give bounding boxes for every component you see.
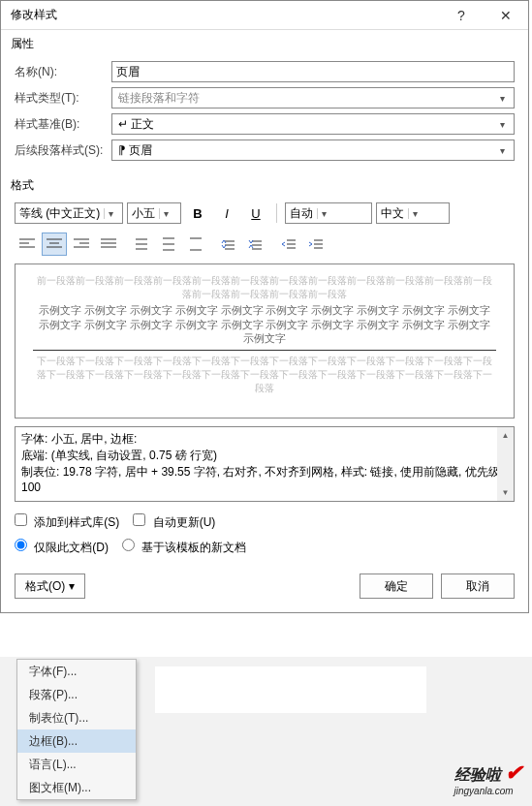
description-box: 字体: 小五, 居中, 边框: 底端: (单实线, 自动设置, 0.75 磅 行… [15, 426, 515, 502]
chevron-down-icon: ▾ [494, 93, 510, 104]
preview-next-text: 下一段落下一段落下一段落下一段落下一段落下一段落下一段落下一段落下一段落下一段落… [33, 355, 496, 395]
indent-decrease-button[interactable] [276, 232, 301, 256]
bold-button[interactable]: B [185, 202, 210, 225]
italic-button[interactable]: I [214, 202, 239, 225]
indent-increase-button[interactable] [303, 232, 329, 256]
close-button[interactable]: ✕ [484, 1, 528, 30]
followstyle-label: 后续段落样式(S): [15, 142, 111, 159]
scroll-up-icon[interactable]: ▲ [497, 427, 514, 444]
auto-update-check[interactable]: 自动更新(U) [133, 513, 215, 531]
desc-line1: 字体: 小五, 居中, 边框: [21, 431, 508, 448]
modify-style-dialog: 修改样式 ? ✕ 属性 名称(N): 样式类型(T): 链接段落和字符 ▾ 样式… [0, 0, 529, 613]
preview-prev-text: 前一段落前一段落前一段落前一段落前一段落前一段落前一段落前一段落前一段落前一段落… [33, 274, 496, 301]
template-radio[interactable]: 基于该模板的新文档 [122, 539, 246, 556]
watermark: 经验啦 ✔ jingyanla.com [454, 760, 522, 796]
scroll-down-icon[interactable]: ▼ [497, 484, 514, 501]
desc-line3: 制表位: 19.78 字符, 居中 + 39.55 字符, 右对齐, 不对齐到网… [21, 464, 508, 497]
menu-frame[interactable]: 图文框(M)... [17, 776, 136, 799]
space-before-inc-button[interactable] [216, 232, 241, 256]
linespacing-1-button[interactable] [129, 232, 154, 256]
add-to-gallery-check[interactable]: 添加到样式库(S) [15, 513, 119, 531]
align-justify-button[interactable] [96, 232, 121, 256]
menu-paragraph[interactable]: 段落(P)... [17, 683, 136, 706]
name-input[interactable] [111, 61, 515, 82]
styletype-label: 样式类型(T): [15, 90, 111, 107]
align-right-button[interactable] [69, 232, 94, 256]
menu-language[interactable]: 语言(L)... [17, 753, 136, 776]
font-family-combo[interactable]: 等线 (中文正文)▾ [15, 202, 123, 224]
dialog-title: 修改样式 [1, 7, 439, 23]
linespacing-2-button[interactable] [183, 232, 208, 256]
linespacing-1.5-button[interactable] [156, 232, 181, 256]
font-toolbar: 等线 (中文正文)▾ 小五▾ B I U 自动▾ 中文▾ [1, 198, 528, 229]
menu-border[interactable]: 边框(B)... [17, 729, 136, 753]
styletype-combo: 链接段落和字符 ▾ [111, 87, 515, 108]
desc-scrollbar[interactable]: ▲ ▼ [497, 427, 514, 501]
this-doc-radio[interactable]: 仅限此文档(D) [15, 539, 109, 556]
ok-button[interactable]: 确定 [360, 574, 433, 599]
underline-button[interactable]: U [243, 202, 268, 225]
followstyle-combo[interactable]: ⁋ 页眉 ▾ [111, 140, 515, 161]
section-properties: 属性 [1, 30, 528, 56]
format-button[interactable]: 格式(O) ▾ [15, 574, 85, 599]
language-combo[interactable]: 中文▾ [376, 202, 450, 224]
section-format: 格式 [1, 171, 528, 198]
font-size-combo[interactable]: 小五▾ [127, 202, 181, 224]
space-before-dec-button[interactable] [243, 232, 268, 256]
align-center-button[interactable] [42, 232, 67, 256]
chevron-down-icon[interactable]: ▾ [494, 119, 510, 130]
paragraph-toolbar [1, 229, 528, 264]
menu-tabs[interactable]: 制表位(T)... [17, 706, 136, 729]
align-left-button[interactable] [15, 232, 40, 256]
basedon-combo[interactable]: ↵ 正文 ▾ [111, 113, 515, 135]
basedon-label: 样式基准(B): [15, 116, 111, 133]
titlebar: 修改样式 ? ✕ [1, 1, 528, 30]
menu-font[interactable]: 字体(F)... [17, 660, 136, 683]
preview-sample-text: 示例文字 示例文字 示例文字 示例文字 示例文字 示例文字 示例文字 示例文字 … [33, 303, 496, 351]
font-color-combo[interactable]: 自动▾ [285, 202, 372, 224]
format-dropdown-menu: 字体(F)... 段落(P)... 制表位(T)... 边框(B)... 语言(… [16, 659, 137, 800]
desc-line2: 底端: (单实线, 自动设置, 0.75 磅 行宽) [21, 448, 508, 464]
preview-box: 前一段落前一段落前一段落前一段落前一段落前一段落前一段落前一段落前一段落前一段落… [15, 264, 515, 418]
name-label: 名称(N): [15, 64, 111, 80]
cancel-button[interactable]: 取消 [441, 574, 515, 599]
chevron-down-icon[interactable]: ▾ [494, 145, 510, 156]
help-button[interactable]: ? [439, 1, 484, 30]
